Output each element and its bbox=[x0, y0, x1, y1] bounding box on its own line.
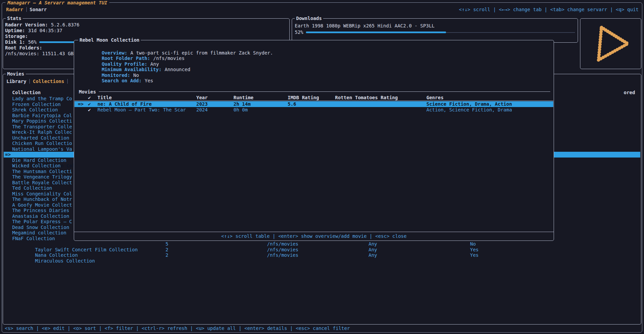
tab-separator bbox=[67, 79, 68, 84]
rotten-tomatoes-column-header: Rotten Tomatoes Rating bbox=[335, 95, 398, 101]
collection-monitored: Yes bbox=[470, 247, 479, 253]
monitored-check-icon: ✔ bbox=[88, 101, 91, 107]
movies-table-header: ✔ Title Year Runtime IMDB Rating Rotten … bbox=[74, 95, 553, 101]
table-row-selected[interactable]: => ✔ ne: A Child of Fire 2023 2h 14m 5.6… bbox=[74, 101, 553, 107]
monitored-column-header-fragment: ored bbox=[624, 90, 635, 96]
downloads-panel-title: Downloads bbox=[295, 16, 323, 21]
movie-genres: Action, Science Fiction, Drama bbox=[426, 107, 512, 113]
collection-column-header: Collection bbox=[12, 90, 41, 95]
download-progress-gauge bbox=[306, 32, 575, 33]
tab-sonarr[interactable]: Sonarr bbox=[30, 7, 47, 12]
genres-column-header: Genres bbox=[426, 95, 444, 101]
downloads-panel: Downloads Earth 1998 1080p WEBRip x265 H… bbox=[292, 18, 578, 43]
movies-section-header: Movies bbox=[79, 89, 550, 95]
managarr-logo bbox=[580, 19, 641, 69]
download-progress-row: 52% bbox=[295, 29, 575, 36]
collection-root-folder: /nfs/movies bbox=[267, 247, 298, 253]
collection-movie-count: 2 bbox=[165, 252, 168, 258]
movie-genres: Science Fiction, Drama, Action bbox=[426, 101, 512, 107]
download-gauge-track bbox=[446, 32, 575, 33]
movie-year: 2023 bbox=[196, 101, 208, 107]
logo-panel bbox=[580, 18, 641, 69]
modal-title: Rebel Moon Collection bbox=[78, 37, 141, 43]
selection-arrow: => bbox=[5, 152, 11, 158]
movie-runtime: 2h 14m bbox=[234, 101, 251, 107]
tab-collections[interactable]: Collections bbox=[33, 79, 64, 84]
play-triangle-icon bbox=[585, 22, 636, 65]
collection-detail-fields: Overview:A two-part sci-fi epic from fil… bbox=[79, 44, 550, 78]
collection-quality-profile: Any bbox=[369, 247, 377, 253]
list-item[interactable]: Miraculous Collection 2 /nfs/movies Any … bbox=[4, 252, 640, 258]
tab-library[interactable]: Library bbox=[6, 79, 26, 84]
collection-root-folder: /nfs/movies bbox=[267, 252, 298, 258]
monitored-check-icon: ✔ bbox=[88, 107, 91, 113]
stat-uptime: Uptime: 31d 04:35:37 bbox=[5, 28, 287, 34]
collection-movie-count: 5 bbox=[165, 241, 168, 247]
top-keybindings: <↑↓> scroll | <←→> change tab | <tab> ch… bbox=[459, 7, 639, 12]
tab-radarr[interactable]: Radarr bbox=[6, 7, 23, 12]
collection-quality-profile: Any bbox=[369, 252, 377, 258]
download-gauge-fill bbox=[306, 32, 446, 33]
movie-title: Rebel Moon — Part Two: The Scar bbox=[97, 107, 186, 113]
modal-keybindings: <↑↓> scroll table | <enter> show overvie… bbox=[74, 233, 554, 239]
collection-details-modal: Rebel Moon Collection Overview:A two-par… bbox=[74, 40, 554, 241]
list-item[interactable]: Nana Collection 2 /nfs/movies Any Yes bbox=[4, 247, 640, 253]
download-item[interactable]: Earth 1998 1080p WEBRip x265 Hindi AAC2.… bbox=[295, 23, 575, 29]
movie-year: 2024 bbox=[196, 107, 208, 113]
movie-imdb-rating: 5.6 bbox=[288, 101, 296, 107]
collection-monitored: No bbox=[470, 241, 476, 247]
app-title: Managarr — A Servarr management TUI bbox=[5, 0, 109, 5]
year-column-header: Year bbox=[196, 95, 208, 101]
movies-table-rows: => ✔ ne: A Child of Fire 2023 2h 14m 5.6… bbox=[74, 101, 553, 112]
bottom-keybindings: <s> search | <e> edit | <o> sort | <f> f… bbox=[5, 325, 350, 331]
servarr-tab-bar: Radarr Sonarr bbox=[6, 6, 47, 12]
tab-separator bbox=[26, 7, 27, 12]
runtime-column-header: Runtime bbox=[234, 95, 253, 101]
title-column-header: Title bbox=[97, 95, 112, 101]
imdb-column-header: IMDB Rating bbox=[288, 95, 319, 101]
collection-quality-profile: Any bbox=[369, 241, 377, 247]
modal-footer-rule bbox=[74, 232, 554, 232]
collection-movie-count: 2 bbox=[165, 247, 168, 253]
tab-separator bbox=[29, 79, 30, 84]
check-column-header: ✔ bbox=[88, 95, 91, 101]
table-row[interactable]: ✔ Rebel Moon — Part Two: The Scar 2024 0… bbox=[74, 107, 553, 113]
stat-version: Radarr Version: 5.2.6.8376 bbox=[5, 22, 287, 28]
stat-storage-label: Storage: bbox=[5, 34, 287, 39]
stats-panel-title: Stats bbox=[6, 16, 23, 21]
downloads-content: Earth 1998 1080p WEBRip x265 Hindi AAC2.… bbox=[295, 23, 575, 36]
collection-root-folder: /nfs/movies bbox=[267, 241, 298, 247]
movies-panel-title: Movies bbox=[6, 71, 26, 77]
collection-monitored: Yes bbox=[470, 252, 479, 258]
field-search-on-add: Search on Add:Yes bbox=[79, 72, 550, 78]
movies-tab-bar: Library Collections bbox=[6, 78, 71, 84]
list-item[interactable]: Taylor Swift Concert Film Collection 5 /… bbox=[4, 241, 640, 247]
movie-runtime: 0h 0m bbox=[234, 107, 248, 113]
section-rule bbox=[99, 91, 550, 92]
field-overview: Overview:A two-part sci-fi epic from fil… bbox=[79, 44, 550, 50]
movie-title: ne: A Child of Fire bbox=[97, 101, 152, 107]
terminal-screen: Managarr — A Servarr management TUI Rada… bbox=[0, 0, 644, 334]
selection-arrow: => bbox=[78, 101, 84, 107]
